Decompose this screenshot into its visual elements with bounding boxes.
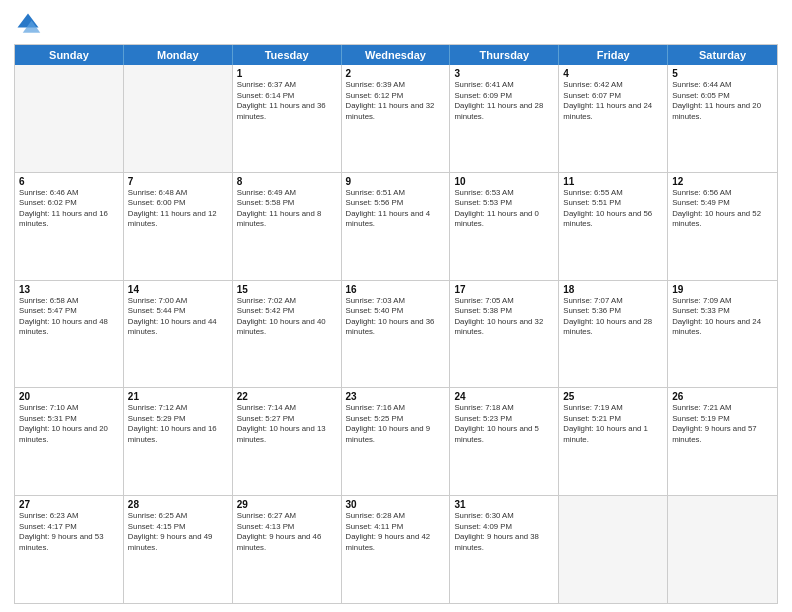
empty-cell bbox=[15, 65, 124, 172]
weekday-header-saturday: Saturday bbox=[668, 45, 777, 65]
empty-cell bbox=[668, 496, 777, 603]
logo-icon bbox=[14, 10, 42, 38]
day-number: 16 bbox=[346, 284, 446, 295]
day-number: 28 bbox=[128, 499, 228, 510]
day-cell-9: 9Sunrise: 6:51 AM Sunset: 5:56 PM Daylig… bbox=[342, 173, 451, 280]
day-info: Sunrise: 6:58 AM Sunset: 5:47 PM Dayligh… bbox=[19, 296, 119, 338]
day-number: 22 bbox=[237, 391, 337, 402]
weekday-header-thursday: Thursday bbox=[450, 45, 559, 65]
day-info: Sunrise: 7:00 AM Sunset: 5:44 PM Dayligh… bbox=[128, 296, 228, 338]
day-cell-15: 15Sunrise: 7:02 AM Sunset: 5:42 PM Dayli… bbox=[233, 281, 342, 388]
calendar-row-1: 6Sunrise: 6:46 AM Sunset: 6:02 PM Daylig… bbox=[15, 172, 777, 280]
day-info: Sunrise: 6:27 AM Sunset: 4:13 PM Dayligh… bbox=[237, 511, 337, 553]
calendar-header: SundayMondayTuesdayWednesdayThursdayFrid… bbox=[15, 45, 777, 65]
day-info: Sunrise: 7:07 AM Sunset: 5:36 PM Dayligh… bbox=[563, 296, 663, 338]
day-cell-29: 29Sunrise: 6:27 AM Sunset: 4:13 PM Dayli… bbox=[233, 496, 342, 603]
calendar-body: 1Sunrise: 6:37 AM Sunset: 6:14 PM Daylig… bbox=[15, 65, 777, 603]
page: SundayMondayTuesdayWednesdayThursdayFrid… bbox=[0, 0, 792, 612]
day-info: Sunrise: 7:12 AM Sunset: 5:29 PM Dayligh… bbox=[128, 403, 228, 445]
day-cell-26: 26Sunrise: 7:21 AM Sunset: 5:19 PM Dayli… bbox=[668, 388, 777, 495]
day-info: Sunrise: 6:30 AM Sunset: 4:09 PM Dayligh… bbox=[454, 511, 554, 553]
day-number: 20 bbox=[19, 391, 119, 402]
day-info: Sunrise: 6:53 AM Sunset: 5:53 PM Dayligh… bbox=[454, 188, 554, 230]
day-cell-24: 24Sunrise: 7:18 AM Sunset: 5:23 PM Dayli… bbox=[450, 388, 559, 495]
day-info: Sunrise: 6:25 AM Sunset: 4:15 PM Dayligh… bbox=[128, 511, 228, 553]
day-number: 17 bbox=[454, 284, 554, 295]
day-info: Sunrise: 7:16 AM Sunset: 5:25 PM Dayligh… bbox=[346, 403, 446, 445]
day-cell-11: 11Sunrise: 6:55 AM Sunset: 5:51 PM Dayli… bbox=[559, 173, 668, 280]
day-info: Sunrise: 6:55 AM Sunset: 5:51 PM Dayligh… bbox=[563, 188, 663, 230]
day-info: Sunrise: 7:18 AM Sunset: 5:23 PM Dayligh… bbox=[454, 403, 554, 445]
day-number: 6 bbox=[19, 176, 119, 187]
day-cell-3: 3Sunrise: 6:41 AM Sunset: 6:09 PM Daylig… bbox=[450, 65, 559, 172]
day-info: Sunrise: 7:09 AM Sunset: 5:33 PM Dayligh… bbox=[672, 296, 773, 338]
day-cell-23: 23Sunrise: 7:16 AM Sunset: 5:25 PM Dayli… bbox=[342, 388, 451, 495]
header bbox=[14, 10, 778, 38]
day-number: 23 bbox=[346, 391, 446, 402]
weekday-header-wednesday: Wednesday bbox=[342, 45, 451, 65]
day-number: 14 bbox=[128, 284, 228, 295]
day-info: Sunrise: 6:49 AM Sunset: 5:58 PM Dayligh… bbox=[237, 188, 337, 230]
day-cell-1: 1Sunrise: 6:37 AM Sunset: 6:14 PM Daylig… bbox=[233, 65, 342, 172]
day-cell-17: 17Sunrise: 7:05 AM Sunset: 5:38 PM Dayli… bbox=[450, 281, 559, 388]
day-number: 13 bbox=[19, 284, 119, 295]
calendar-row-4: 27Sunrise: 6:23 AM Sunset: 4:17 PM Dayli… bbox=[15, 495, 777, 603]
day-cell-4: 4Sunrise: 6:42 AM Sunset: 6:07 PM Daylig… bbox=[559, 65, 668, 172]
day-number: 9 bbox=[346, 176, 446, 187]
day-number: 27 bbox=[19, 499, 119, 510]
day-cell-30: 30Sunrise: 6:28 AM Sunset: 4:11 PM Dayli… bbox=[342, 496, 451, 603]
day-cell-21: 21Sunrise: 7:12 AM Sunset: 5:29 PM Dayli… bbox=[124, 388, 233, 495]
day-info: Sunrise: 7:10 AM Sunset: 5:31 PM Dayligh… bbox=[19, 403, 119, 445]
day-number: 24 bbox=[454, 391, 554, 402]
day-number: 7 bbox=[128, 176, 228, 187]
day-info: Sunrise: 6:56 AM Sunset: 5:49 PM Dayligh… bbox=[672, 188, 773, 230]
day-cell-20: 20Sunrise: 7:10 AM Sunset: 5:31 PM Dayli… bbox=[15, 388, 124, 495]
day-cell-10: 10Sunrise: 6:53 AM Sunset: 5:53 PM Dayli… bbox=[450, 173, 559, 280]
day-info: Sunrise: 6:39 AM Sunset: 6:12 PM Dayligh… bbox=[346, 80, 446, 122]
day-info: Sunrise: 6:46 AM Sunset: 6:02 PM Dayligh… bbox=[19, 188, 119, 230]
day-cell-19: 19Sunrise: 7:09 AM Sunset: 5:33 PM Dayli… bbox=[668, 281, 777, 388]
calendar-row-0: 1Sunrise: 6:37 AM Sunset: 6:14 PM Daylig… bbox=[15, 65, 777, 172]
day-number: 21 bbox=[128, 391, 228, 402]
day-info: Sunrise: 7:19 AM Sunset: 5:21 PM Dayligh… bbox=[563, 403, 663, 445]
day-info: Sunrise: 7:14 AM Sunset: 5:27 PM Dayligh… bbox=[237, 403, 337, 445]
day-cell-25: 25Sunrise: 7:19 AM Sunset: 5:21 PM Dayli… bbox=[559, 388, 668, 495]
day-number: 25 bbox=[563, 391, 663, 402]
day-cell-8: 8Sunrise: 6:49 AM Sunset: 5:58 PM Daylig… bbox=[233, 173, 342, 280]
day-info: Sunrise: 6:51 AM Sunset: 5:56 PM Dayligh… bbox=[346, 188, 446, 230]
day-cell-13: 13Sunrise: 6:58 AM Sunset: 5:47 PM Dayli… bbox=[15, 281, 124, 388]
day-number: 5 bbox=[672, 68, 773, 79]
day-number: 2 bbox=[346, 68, 446, 79]
weekday-header-sunday: Sunday bbox=[15, 45, 124, 65]
day-info: Sunrise: 6:42 AM Sunset: 6:07 PM Dayligh… bbox=[563, 80, 663, 122]
day-cell-16: 16Sunrise: 7:03 AM Sunset: 5:40 PM Dayli… bbox=[342, 281, 451, 388]
logo bbox=[14, 10, 46, 38]
day-cell-6: 6Sunrise: 6:46 AM Sunset: 6:02 PM Daylig… bbox=[15, 173, 124, 280]
day-cell-22: 22Sunrise: 7:14 AM Sunset: 5:27 PM Dayli… bbox=[233, 388, 342, 495]
day-number: 19 bbox=[672, 284, 773, 295]
empty-cell bbox=[124, 65, 233, 172]
day-number: 4 bbox=[563, 68, 663, 79]
day-number: 15 bbox=[237, 284, 337, 295]
day-number: 1 bbox=[237, 68, 337, 79]
day-info: Sunrise: 6:44 AM Sunset: 6:05 PM Dayligh… bbox=[672, 80, 773, 122]
day-info: Sunrise: 7:05 AM Sunset: 5:38 PM Dayligh… bbox=[454, 296, 554, 338]
day-info: Sunrise: 7:03 AM Sunset: 5:40 PM Dayligh… bbox=[346, 296, 446, 338]
day-cell-18: 18Sunrise: 7:07 AM Sunset: 5:36 PM Dayli… bbox=[559, 281, 668, 388]
day-number: 18 bbox=[563, 284, 663, 295]
day-cell-12: 12Sunrise: 6:56 AM Sunset: 5:49 PM Dayli… bbox=[668, 173, 777, 280]
day-number: 26 bbox=[672, 391, 773, 402]
calendar: SundayMondayTuesdayWednesdayThursdayFrid… bbox=[14, 44, 778, 604]
weekday-header-tuesday: Tuesday bbox=[233, 45, 342, 65]
day-number: 12 bbox=[672, 176, 773, 187]
weekday-header-monday: Monday bbox=[124, 45, 233, 65]
day-number: 10 bbox=[454, 176, 554, 187]
day-number: 29 bbox=[237, 499, 337, 510]
day-info: Sunrise: 7:21 AM Sunset: 5:19 PM Dayligh… bbox=[672, 403, 773, 445]
day-cell-2: 2Sunrise: 6:39 AM Sunset: 6:12 PM Daylig… bbox=[342, 65, 451, 172]
day-number: 3 bbox=[454, 68, 554, 79]
day-cell-7: 7Sunrise: 6:48 AM Sunset: 6:00 PM Daylig… bbox=[124, 173, 233, 280]
day-cell-31: 31Sunrise: 6:30 AM Sunset: 4:09 PM Dayli… bbox=[450, 496, 559, 603]
day-info: Sunrise: 6:41 AM Sunset: 6:09 PM Dayligh… bbox=[454, 80, 554, 122]
weekday-header-friday: Friday bbox=[559, 45, 668, 65]
